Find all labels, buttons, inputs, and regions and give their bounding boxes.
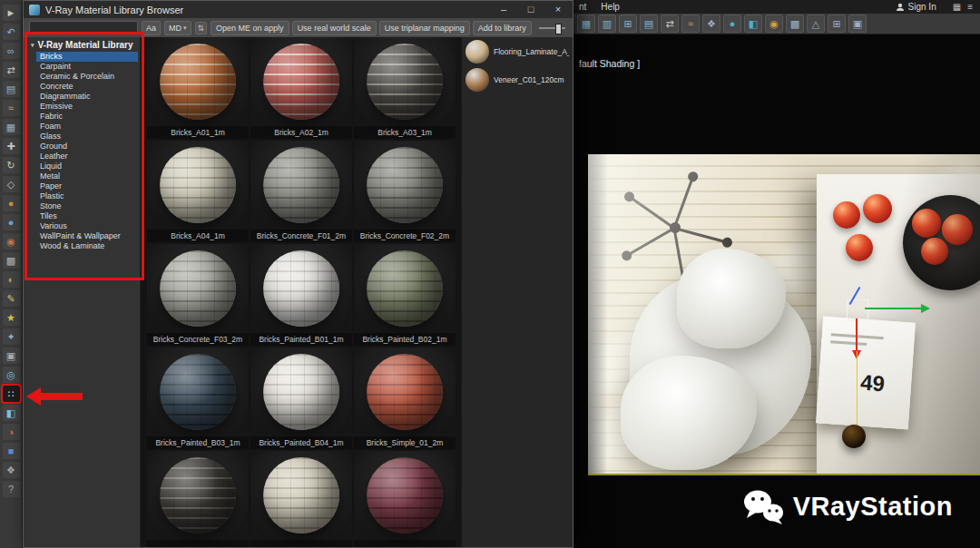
material-tile[interactable]: Bricks_Concrete_F02_2m xyxy=(354,141,456,242)
rotate-icon[interactable]: ↻ xyxy=(3,157,20,173)
category-item[interactable]: Wood & Laminate xyxy=(36,241,138,251)
viewport[interactable]: fault Shading ] xyxy=(573,34,980,548)
category-item[interactable]: Ceramic & Porcelain xyxy=(36,72,138,82)
camera-icon[interactable]: ▣ xyxy=(3,347,20,364)
material-tile[interactable]: Bricks_Painted_B03_1m xyxy=(147,347,249,449)
link-icon[interactable]: ∞ xyxy=(3,43,20,59)
category-item[interactable]: Ground xyxy=(36,142,138,152)
category-item[interactable]: Concrete xyxy=(36,82,138,92)
mirror-icon[interactable]: ⇄ xyxy=(661,15,679,33)
thumbnail-size-slider[interactable] xyxy=(539,22,565,34)
color-sphere-icon[interactable]: ◑ xyxy=(3,424,20,440)
select-arrow-icon[interactable]: ► xyxy=(3,5,20,21)
render-setup-icon[interactable]: ● xyxy=(723,15,741,33)
material-tile[interactable]: Bricks_Concrete_F03_2m xyxy=(147,244,249,346)
brush-icon[interactable]: ✎ xyxy=(3,290,20,307)
type-filter-dropdown[interactable]: MD ▾ xyxy=(164,21,191,35)
material-tile[interactable] xyxy=(250,451,352,547)
toolbar-button[interactable]: Add to library xyxy=(473,21,532,35)
material-tile[interactable] xyxy=(354,451,456,547)
layout-columns-icon[interactable]: ▥ xyxy=(598,15,616,33)
help-icon[interactable]: ? xyxy=(3,481,20,497)
sphere-icon[interactable]: ● xyxy=(3,214,20,230)
material-tile[interactable]: Bricks_A01_1m xyxy=(147,37,249,139)
layers-icon[interactable]: ▤ xyxy=(3,81,20,97)
toolbar-button[interactable]: Use real world scale xyxy=(292,21,377,35)
schematic-view-icon[interactable]: ❖ xyxy=(702,15,720,33)
move-gizmo[interactable] xyxy=(847,295,974,431)
snap-toggle-icon[interactable]: ▩ xyxy=(786,15,804,33)
curve-editor-icon[interactable]: ≈ xyxy=(681,15,700,33)
render-frame-icon[interactable]: ◧ xyxy=(744,15,762,33)
render-production-icon[interactable]: ◉ xyxy=(765,15,783,33)
menu-help[interactable]: Help xyxy=(601,2,620,12)
material-tile[interactable]: Bricks_A02_1m xyxy=(250,37,352,139)
spark-icon[interactable]: ✦ xyxy=(3,328,20,345)
material-tile[interactable]: Bricks_Painted_B02_1m xyxy=(354,244,456,346)
category-item[interactable]: Various xyxy=(36,221,138,231)
layout-quad-icon[interactable]: ⊞ xyxy=(619,15,637,33)
hamburger-menu-icon[interactable]: ≡ xyxy=(965,2,975,12)
material-tile[interactable] xyxy=(147,451,249,547)
toolbar-button[interactable]: Use triplanar mapping xyxy=(379,21,470,35)
slider-handle[interactable] xyxy=(555,24,562,34)
material-tile[interactable]: Bricks_A03_1m xyxy=(354,37,456,139)
material-library-icon[interactable]: ∷ xyxy=(3,386,20,402)
category-item[interactable]: Tiles xyxy=(36,211,138,221)
scale-icon[interactable]: ◇ xyxy=(3,176,20,192)
category-item[interactable]: Foam xyxy=(36,122,138,132)
undo-icon[interactable]: ↶ xyxy=(3,24,20,40)
teapot-icon[interactable]: ● xyxy=(3,195,20,211)
layout-rows-icon[interactable]: ▤ xyxy=(640,15,658,33)
material-tile[interactable]: Bricks_Painted_B04_1m xyxy=(250,347,352,449)
category-item[interactable]: Liquid xyxy=(36,161,138,171)
layout-grid-icon[interactable]: ▦ xyxy=(577,15,595,33)
sign-in-button[interactable]: Sign In xyxy=(896,2,936,12)
node-icon[interactable]: ❖ xyxy=(3,462,20,478)
angle-snap-icon[interactable]: △ xyxy=(807,15,825,33)
viewport-shading-label[interactable]: fault Shading ] xyxy=(579,58,640,69)
category-item[interactable]: Emissive xyxy=(36,102,138,112)
close-button[interactable]: × xyxy=(547,1,569,18)
grid-pair-icon[interactable]: ⊞ xyxy=(828,15,846,33)
maximize-button[interactable]: □ xyxy=(520,1,542,18)
workspace-icon[interactable]: ▦ xyxy=(951,2,963,12)
category-item[interactable]: Plastic xyxy=(36,191,138,201)
checker-icon[interactable]: ▩ xyxy=(3,252,20,269)
spinner-control[interactable]: ⇅ xyxy=(195,22,208,34)
tree-root[interactable]: ▾ V-Ray Material Library xyxy=(24,39,140,52)
grid-icon[interactable]: ▦ xyxy=(3,119,20,135)
material-tile[interactable]: Bricks_A04_1m xyxy=(147,141,249,242)
category-item[interactable]: WallPaint & Wallpaper xyxy=(36,231,138,241)
vfb-icon[interactable]: ◧ xyxy=(3,405,20,421)
category-item[interactable]: Carpaint xyxy=(36,62,138,72)
material-tile[interactable]: Bricks_Concrete_F01_2m xyxy=(250,141,352,242)
category-item[interactable]: Paper xyxy=(36,181,138,191)
gizmo-x-axis[interactable] xyxy=(865,308,921,309)
gizmo-y-axis[interactable] xyxy=(856,318,858,351)
minimize-button[interactable]: – xyxy=(493,1,514,18)
category-item[interactable]: Leather xyxy=(36,152,138,161)
menu-content-fragment[interactable]: nt xyxy=(579,2,586,12)
cube-icon[interactable]: ■ xyxy=(3,443,20,459)
swap-icon[interactable]: ⇄ xyxy=(3,62,20,78)
star-icon[interactable]: ★ xyxy=(3,309,20,326)
category-item[interactable]: Stone xyxy=(36,201,138,211)
category-item[interactable]: Diagrammatic xyxy=(36,92,138,102)
curve-icon[interactable]: ≈ xyxy=(3,100,20,116)
material-icon[interactable]: ◉ xyxy=(3,233,20,250)
named-selection-icon[interactable]: ▣ xyxy=(848,15,867,33)
palette-icon[interactable]: ◐ xyxy=(3,271,20,288)
library-item[interactable]: Flooring_Laminate_A_Wide_ xyxy=(462,37,573,65)
move-icon[interactable]: ✚ xyxy=(3,138,20,154)
material-tile[interactable]: Bricks_Simple_01_2m xyxy=(354,347,456,449)
search-input[interactable] xyxy=(29,21,138,34)
toolbar-button[interactable]: Open ME on apply xyxy=(211,21,289,35)
material-tile[interactable]: Bricks_Painted_B01_1m xyxy=(250,244,352,346)
library-item[interactable]: Veneer_C01_120cm xyxy=(462,65,573,93)
window-title-bar[interactable]: V-Ray Material Library Browser – □ × xyxy=(24,1,573,18)
category-item[interactable]: Metal xyxy=(36,171,138,181)
case-toggle-button[interactable]: Aa xyxy=(142,21,161,35)
render-icon[interactable]: ◎ xyxy=(3,367,20,383)
category-item[interactable]: Fabric xyxy=(36,112,138,122)
